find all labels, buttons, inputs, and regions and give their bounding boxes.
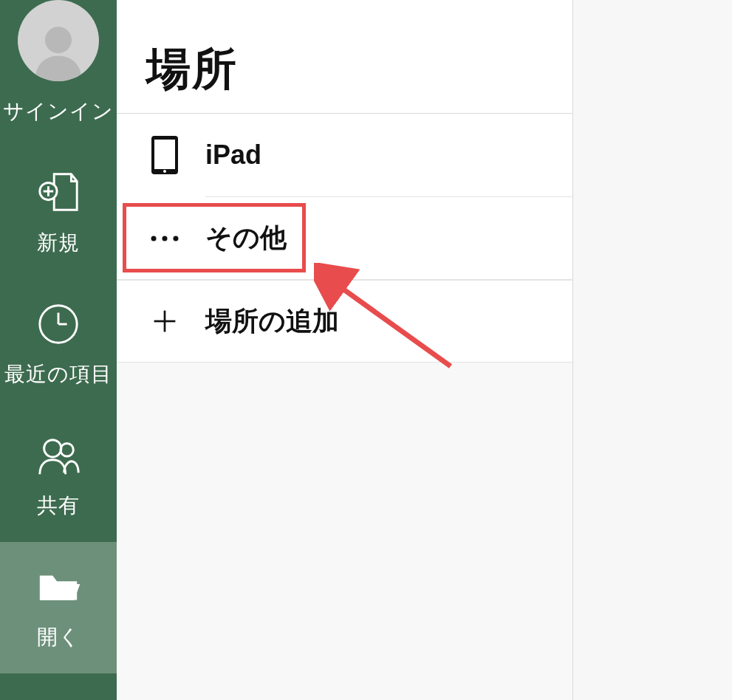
sidebar-item-signin[interactable]: サインイン (0, 0, 117, 148)
sidebar-item-label: 最近の項目 (4, 360, 112, 388)
svg-point-0 (45, 27, 72, 53)
place-row-other[interactable]: その他 (117, 197, 572, 280)
place-row-add[interactable]: 場所の追加 (117, 280, 572, 363)
svg-point-8 (61, 444, 73, 456)
signin-label: サインイン (3, 97, 114, 126)
sidebar-item-label: 新規 (37, 229, 80, 257)
place-row-label: iPad (205, 140, 261, 171)
folder-open-icon (35, 564, 81, 610)
sidebar: サインイン 新規 最近の項目 (0, 0, 117, 700)
sidebar-item-label: 共有 (37, 492, 80, 520)
places-panel: 場所 iPad (117, 0, 573, 700)
ipad-icon (146, 134, 183, 176)
sidebar-item-new[interactable]: 新規 (0, 148, 117, 279)
ellipsis-icon (146, 234, 183, 243)
sidebar-item-label: 開く (37, 623, 81, 651)
svg-point-12 (151, 236, 157, 241)
svg-point-11 (163, 170, 166, 173)
place-row-ipad[interactable]: iPad (117, 114, 572, 196)
app-root: サインイン 新規 最近の項目 (0, 0, 732, 700)
sidebar-item-open[interactable]: 開く (0, 542, 117, 673)
place-row-label: その他 (205, 220, 287, 256)
panel-title: 場所 (146, 40, 238, 100)
sidebar-item-shared[interactable]: 共有 (0, 411, 117, 542)
place-row-label: 場所の追加 (205, 303, 339, 340)
user-icon (25, 15, 92, 81)
places-list: iPad その他 (117, 114, 572, 363)
content-area (573, 0, 732, 700)
people-icon (35, 433, 81, 478)
panel-header: 場所 (117, 0, 572, 114)
sidebar-item-recent[interactable]: 最近の項目 (0, 279, 117, 411)
svg-point-7 (44, 440, 61, 457)
svg-point-13 (162, 236, 167, 241)
avatar (18, 0, 99, 81)
svg-rect-10 (154, 140, 175, 169)
svg-point-14 (173, 236, 178, 241)
clock-icon (35, 301, 81, 347)
new-file-icon (35, 170, 81, 216)
plus-icon (146, 308, 183, 334)
